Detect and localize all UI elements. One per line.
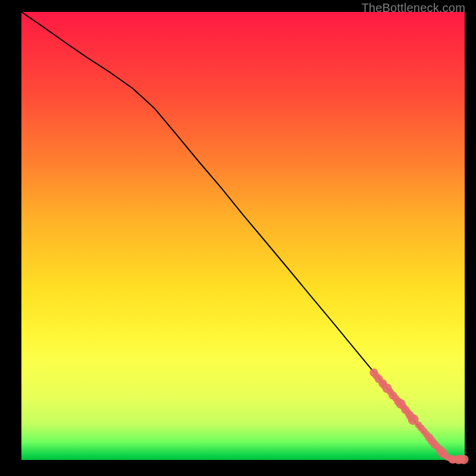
chart-stage: TheBottleneck.com	[0, 0, 476, 476]
gradient-background	[21, 12, 465, 460]
watermark-label: TheBottleneck.com	[361, 1, 465, 15]
